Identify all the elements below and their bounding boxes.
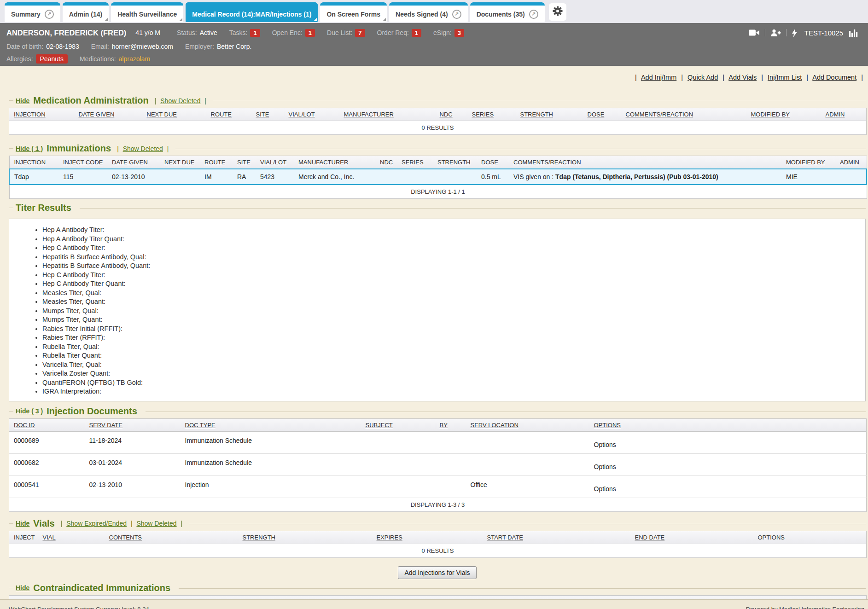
th-comments-reaction[interactable]: COMMENTS/REACTION bbox=[621, 108, 746, 121]
th-by[interactable]: BY bbox=[435, 418, 466, 431]
th-vial-lot[interactable]: VIAL/LOT bbox=[256, 156, 294, 169]
hide-immunizations-link[interactable]: Hide ( 1 ) bbox=[16, 145, 43, 152]
th-comments-reaction[interactable]: COMMENTS/REACTION bbox=[509, 156, 781, 169]
titer-item: Mumps Titer, Quant: bbox=[42, 315, 865, 325]
th-injection[interactable]: INJECTION bbox=[9, 108, 74, 121]
footer-left-text: WebChart Development System Currency lev… bbox=[9, 606, 149, 609]
th-strength[interactable]: STRENGTH bbox=[238, 531, 372, 544]
th-route[interactable]: ROUTE bbox=[200, 156, 233, 169]
options-menu-trigger[interactable]: Options bbox=[594, 463, 616, 470]
cell-serv-location bbox=[466, 431, 589, 453]
show-deleted-link[interactable]: Show Deleted bbox=[136, 520, 176, 527]
show-expired-ended-link[interactable]: Show Expired/Ended bbox=[66, 520, 127, 527]
th-vial-lot[interactable]: VIAL/LOT bbox=[284, 108, 339, 121]
th-end-date[interactable]: END DATE bbox=[630, 531, 753, 544]
tab-admin[interactable]: Admin (14) bbox=[63, 2, 109, 22]
settings-gear-button[interactable] bbox=[549, 3, 566, 21]
th-dose[interactable]: DOSE bbox=[477, 156, 509, 169]
th-ndc[interactable]: NDC bbox=[435, 108, 467, 121]
due-list-badge[interactable]: 7 bbox=[355, 29, 365, 37]
th-date-given[interactable]: DATE GIVEN bbox=[107, 156, 160, 169]
tab-health-surveillance[interactable]: Health Surveillance bbox=[111, 2, 183, 22]
popout-icon[interactable]: ↗ bbox=[452, 10, 461, 19]
th-manufacturer[interactable]: MANUFACTURER bbox=[294, 156, 375, 169]
divider bbox=[9, 100, 13, 101]
video-camera-icon[interactable] bbox=[749, 29, 760, 36]
show-deleted-link[interactable]: Show Deleted bbox=[123, 145, 163, 152]
th-contents[interactable]: CONTENTS bbox=[105, 531, 238, 544]
th-series[interactable]: SERIES bbox=[397, 156, 433, 169]
th-admin[interactable]: ADMIN bbox=[821, 108, 867, 121]
popout-icon[interactable]: ↗ bbox=[529, 10, 538, 19]
th-ndc[interactable]: NDC bbox=[375, 156, 397, 169]
th-dose[interactable]: DOSE bbox=[583, 108, 621, 121]
bar-chart-icon[interactable] bbox=[849, 29, 859, 37]
immunization-row-tdap[interactable]: Tdap 115 02-13-2010 IM RA 5423 Merck and… bbox=[9, 169, 867, 185]
th-subject[interactable]: SUBJECT bbox=[361, 418, 435, 431]
open-enc-badge[interactable]: 1 bbox=[305, 29, 315, 37]
allergy-badge[interactable]: Peanuts bbox=[36, 54, 68, 64]
cell-serv-date: 11-18-2024 bbox=[85, 431, 181, 453]
th-start-date[interactable]: START DATE bbox=[483, 531, 630, 544]
options-menu-trigger[interactable]: Options bbox=[594, 485, 616, 493]
add-user-icon[interactable] bbox=[770, 29, 781, 37]
th-serv-date[interactable]: SERV DATE bbox=[85, 418, 181, 431]
th-vial[interactable]: VIAL bbox=[38, 531, 105, 544]
document-row[interactable]: 0000541 02-13-2010 Injection Office Opti… bbox=[9, 476, 867, 498]
th-doc-type[interactable]: DOC TYPE bbox=[181, 418, 361, 431]
lightning-icon[interactable] bbox=[792, 29, 798, 37]
medication-value[interactable]: alprazolam bbox=[119, 55, 150, 63]
th-strength[interactable]: STRENGTH bbox=[516, 108, 583, 121]
th-series[interactable]: SERIES bbox=[467, 108, 516, 121]
document-row[interactable]: 0000689 11-18-2024 Immunization Schedule… bbox=[9, 431, 867, 453]
th-manufacturer[interactable]: MANUFACTURER bbox=[339, 108, 435, 121]
th-modified-by[interactable]: MODIFIED BY bbox=[746, 108, 821, 121]
tab-documents[interactable]: Documents (35) ↗ bbox=[470, 2, 545, 22]
titer-item: Hep C Antibody Titer: bbox=[42, 244, 865, 253]
status-label: Status: bbox=[177, 29, 197, 36]
tab-medical-record[interactable]: Medical Record (14):MAR/Injections (1) bbox=[186, 2, 318, 22]
cell-manufacturer: Merck and Co., Inc. bbox=[294, 169, 375, 185]
th-date-given[interactable]: DATE GIVEN bbox=[74, 108, 142, 121]
th-next-due[interactable]: NEXT DUE bbox=[160, 156, 200, 169]
tab-on-screen-forms-label: On Screen Forms bbox=[326, 11, 380, 18]
show-deleted-link[interactable]: Show Deleted bbox=[160, 97, 200, 104]
employer-value: Better Corp. bbox=[217, 43, 251, 50]
hide-medication-administration-link[interactable]: Hide bbox=[16, 97, 29, 104]
popout-icon[interactable]: ↗ bbox=[45, 10, 54, 19]
hide-vials-link[interactable]: Hide bbox=[16, 520, 29, 527]
th-options[interactable]: OPTIONS bbox=[589, 418, 867, 431]
th-doc-id[interactable]: DOC ID bbox=[9, 418, 85, 431]
th-route[interactable]: ROUTE bbox=[206, 108, 251, 121]
esign-label: eSign: bbox=[433, 29, 452, 36]
hide-contraindicated-link[interactable]: Hide bbox=[16, 584, 29, 592]
tab-on-screen-forms[interactable]: On Screen Forms bbox=[320, 2, 387, 22]
action-add-document[interactable]: Add Document bbox=[812, 74, 856, 81]
th-expires[interactable]: EXPIRES bbox=[372, 531, 483, 544]
divider bbox=[179, 588, 866, 589]
th-strength[interactable]: STRENGTH bbox=[433, 156, 477, 169]
action-quick-add[interactable]: Quick Add bbox=[687, 74, 718, 81]
th-admin[interactable]: ADMIN bbox=[835, 156, 867, 169]
th-serv-location[interactable]: SERV LOCATION bbox=[466, 418, 589, 431]
order-req-badge[interactable]: 1 bbox=[412, 29, 421, 37]
action-add-vials[interactable]: Add Vials bbox=[728, 74, 757, 81]
medication-administration-table: INJECTION DATE GIVEN NEXT DUE ROUTE SITE… bbox=[9, 108, 867, 135]
document-row[interactable]: 0000682 03-01-2024 Immunization Schedule… bbox=[9, 453, 867, 476]
tab-needs-signed[interactable]: Needs Signed (4) ↗ bbox=[389, 2, 468, 22]
th-next-due[interactable]: NEXT DUE bbox=[142, 108, 206, 121]
th-injection[interactable]: INJECTION bbox=[9, 156, 58, 169]
hide-injection-documents-link[interactable]: Hide ( 3 ) bbox=[16, 407, 43, 415]
add-injections-for-vials-button[interactable]: Add Injections for Vials bbox=[398, 566, 476, 579]
tasks-badge[interactable]: 1 bbox=[250, 29, 260, 37]
th-site[interactable]: SITE bbox=[251, 108, 284, 121]
esign-badge[interactable]: 3 bbox=[454, 29, 464, 37]
action-inj-imm-list[interactable]: Inj/Imm List bbox=[768, 74, 802, 81]
options-menu-trigger[interactable]: Options bbox=[594, 441, 616, 448]
action-add-inj-imm[interactable]: Add Inj/Imm bbox=[641, 74, 676, 81]
th-inject-code[interactable]: INJECT CODE bbox=[58, 156, 107, 169]
th-modified-by[interactable]: MODIFIED BY bbox=[781, 156, 835, 169]
th-site[interactable]: SITE bbox=[233, 156, 256, 169]
tab-summary[interactable]: Summary ↗ bbox=[5, 2, 60, 22]
page-footer: WebChart Development System Currency lev… bbox=[0, 599, 868, 609]
